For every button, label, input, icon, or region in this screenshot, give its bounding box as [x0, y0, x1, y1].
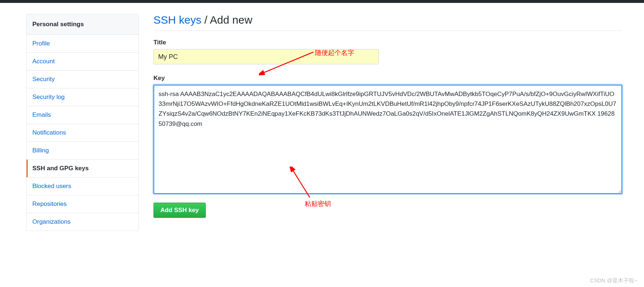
- breadcrumb-link[interactable]: SSH keys: [153, 14, 201, 26]
- breadcrumb-tail: Add new: [210, 14, 252, 26]
- sidebar-item-billing[interactable]: Billing: [27, 142, 139, 160]
- sidebar-item-repositories[interactable]: Repositories: [27, 195, 139, 213]
- sidebar-item-security-log[interactable]: Security log: [27, 88, 139, 106]
- sidebar-item-blocked-users[interactable]: Blocked users: [27, 178, 139, 195]
- add-ssh-key-button[interactable]: Add SSH key: [153, 203, 206, 218]
- title-label: Title: [153, 39, 622, 46]
- sidebar-item-organizations[interactable]: Organizations: [27, 213, 139, 231]
- sidebar-item-notifications[interactable]: Notifications: [27, 124, 139, 142]
- sidebar-item-profile[interactable]: Profile: [27, 35, 139, 53]
- page-title: SSH keys / Add new: [153, 14, 622, 31]
- sidebar-item-ssh-gpg-keys[interactable]: SSH and GPG keys: [27, 160, 139, 178]
- key-textarea[interactable]: [153, 85, 622, 194]
- sidebar-item-account[interactable]: Account: [27, 53, 139, 71]
- breadcrumb-sep: /: [201, 14, 210, 26]
- key-label: Key: [153, 75, 622, 82]
- annotation-key-hint: 粘贴密钥: [305, 199, 331, 208]
- main-content: SSH keys / Add new Title Key Add SSH key…: [153, 14, 622, 231]
- window-topbar: [0, 0, 644, 3]
- sidebar-item-security[interactable]: Security: [27, 71, 139, 88]
- title-input[interactable]: [153, 49, 379, 64]
- sidebar-item-emails[interactable]: Emails: [27, 106, 139, 124]
- settings-sidebar: Personal settings Profile Account Securi…: [26, 14, 139, 231]
- sidebar-header: Personal settings: [27, 14, 139, 35]
